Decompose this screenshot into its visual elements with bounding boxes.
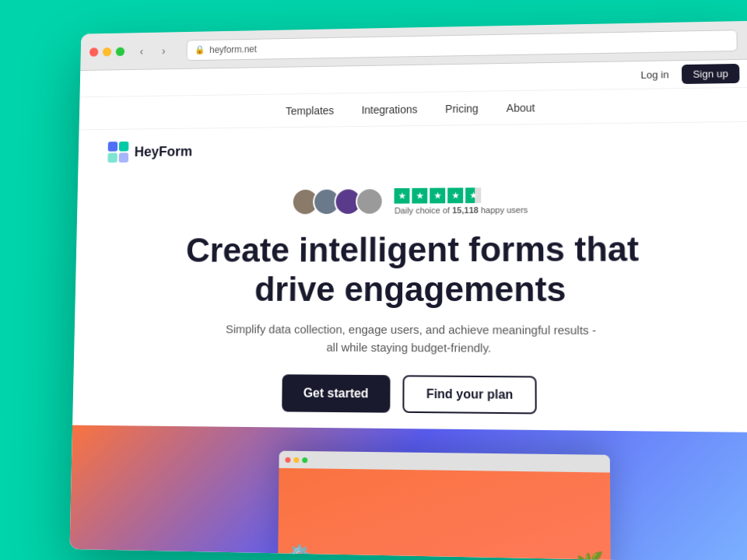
svg-rect-0 (108, 142, 118, 152)
browser-window: ‹ › 🔒 heyform.net Log in Sign up Templat… (70, 21, 747, 560)
browser-controls: ‹ › (133, 42, 172, 59)
trust-row: ★ ★ ★ ★ ★ Daily choice of 15,118 happy u… (107, 185, 725, 217)
svg-rect-2 (107, 152, 117, 163)
avatar-group (292, 187, 384, 215)
traffic-lights (89, 47, 124, 56)
get-started-button[interactable]: Get started (282, 375, 391, 413)
logo-bar: HeyForm (78, 122, 747, 175)
logo-text: HeyForm (135, 143, 193, 159)
inner-close (285, 457, 290, 462)
maximize-button[interactable] (116, 47, 125, 56)
nav-integrations[interactable]: Integrations (361, 103, 417, 116)
star-5-half: ★ (466, 187, 482, 203)
trust-count: 15,118 (452, 205, 479, 215)
trust-pre: Daily choice of (395, 205, 452, 215)
headline-line1: Create intelligent forms that (186, 229, 639, 268)
cta-row: Get started Find your plan (103, 373, 728, 416)
lock-icon: 🔒 (195, 45, 205, 55)
inner-minimize (293, 457, 299, 462)
star-3: ★ (430, 187, 446, 203)
address-bar[interactable]: 🔒 heyform.net (186, 30, 737, 61)
inner-content: 🌿 ⚙️ (278, 468, 611, 560)
minimize-button[interactable] (103, 47, 112, 56)
inner-browser: 🌿 ⚙️ (278, 451, 611, 560)
nav-about[interactable]: About (507, 101, 535, 114)
bottom-preview: 🌿 ⚙️ (70, 425, 747, 560)
address-text: heyform.net (209, 44, 257, 55)
forward-button[interactable]: › (156, 42, 172, 58)
back-button[interactable]: ‹ (133, 43, 149, 59)
headline: Create intelligent forms that drive enga… (142, 229, 686, 310)
headline-line2: drive engagements (254, 269, 566, 308)
star-4: ★ (448, 187, 464, 203)
trust-label: Daily choice of 15,118 happy users (395, 205, 528, 215)
subheadline: Simplify data collection, engage users, … (224, 321, 598, 358)
close-button[interactable] (89, 47, 99, 57)
star-rating: ★ ★ ★ ★ ★ (395, 187, 482, 204)
inner-maximize (302, 457, 307, 463)
avatar (356, 187, 384, 215)
plant-icon: 🌿 (576, 551, 605, 560)
login-button[interactable]: Log in (640, 68, 668, 80)
trust-info: ★ ★ ★ ★ ★ Daily choice of 15,118 happy u… (395, 187, 528, 215)
svg-rect-1 (119, 142, 129, 152)
svg-rect-3 (119, 152, 129, 163)
find-plan-button[interactable]: Find your plan (403, 376, 538, 415)
hero-section: ★ ★ ★ ★ ★ Daily choice of 15,118 happy u… (72, 169, 747, 467)
nav-templates[interactable]: Templates (286, 104, 334, 117)
signup-button[interactable]: Sign up (682, 64, 740, 84)
star-1: ★ (395, 187, 410, 203)
star-2: ★ (412, 187, 428, 203)
trust-post: happy users (479, 205, 528, 214)
preview-gradient: 🌿 ⚙️ (70, 425, 747, 560)
heyform-logo-icon (107, 142, 128, 163)
nav-pricing[interactable]: Pricing (445, 102, 479, 114)
